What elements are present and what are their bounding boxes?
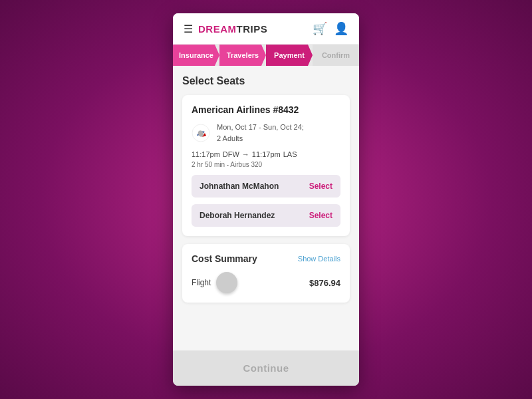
flight-number: American Airlines #8432 [192,104,340,115]
cost-summary-title: Cost Summary [192,253,257,264]
flight-duration: 2 hr 50 min - Airbus 320 [192,161,340,168]
continue-button[interactable]: Continue [173,350,359,386]
arrival-time: 11:17pm [252,150,281,158]
cost-row-flight: Flight $876.94 [192,272,340,293]
flight-route-row: 11:17pm DFW → 11:17pm LAS [192,150,340,161]
departure-airport: DFW [223,150,239,158]
app-header: ☰ DREAMTRIPS 🛒 👤 [173,13,359,45]
flight-adults: 2 Adults [217,133,304,144]
cart-icon[interactable]: 🛒 [313,21,327,36]
brand-name: DREAMTRIPS [198,23,267,35]
show-details-link[interactable]: Show Details [298,255,340,263]
flight-arrow-icon: → [242,150,249,158]
tab-insurance[interactable]: Insurance [173,45,219,66]
header-icons: 🛒 👤 [313,21,348,36]
phone-container: ☰ DREAMTRIPS 🛒 👤 Insurance Travelers Pay… [173,13,359,386]
user-icon[interactable]: 👤 [334,21,348,36]
passenger-1-name: Johnathan McMahon [200,182,279,191]
flight-dates-block: Mon, Oct 17 - Sun, Oct 24; 2 Adults [217,122,304,144]
brand-dream: DREAM [198,23,237,35]
departure-time: 11:17pm [192,150,220,158]
flight-card: American Airlines #8432 [182,95,350,236]
cost-row-left: Flight [192,272,237,293]
toggle-thumb[interactable] [216,272,237,293]
flight-cost-label: Flight [192,278,211,287]
arrival-airport: LAS [283,150,297,158]
header-left: ☰ DREAMTRIPS [184,23,267,35]
tab-confirm[interactable]: Confirm [313,45,359,66]
flight-info-row: Mon, Oct 17 - Sun, Oct 24; 2 Adults [192,122,340,144]
tab-travelers[interactable]: Travelers [219,45,266,66]
passenger-row-1: Johnathan McMahon Select [192,175,340,198]
cost-header: Cost Summary Show Details [192,253,340,264]
flight-dates: Mon, Oct 17 - Sun, Oct 24; [217,122,304,133]
section-title: Select Seats [182,75,350,87]
airline-logo [192,124,210,142]
passenger-row-2: Deborah Hernandez Select [192,204,340,227]
tab-payment[interactable]: Payment [266,45,313,66]
progress-tabs: Insurance Travelers Payment Confirm [173,45,359,66]
hamburger-icon[interactable]: ☰ [184,23,193,35]
flight-cost-amount: $876.94 [309,278,340,288]
passenger-1-select-button[interactable]: Select [309,182,332,191]
main-content: Select Seats American Airlines #8432 [173,66,359,350]
passenger-2-name: Deborah Hernandez [200,211,275,220]
cost-summary-card: Cost Summary Show Details Flight $876.94 [182,244,350,303]
passenger-2-select-button[interactable]: Select [309,211,332,220]
brand-trips: TRIPS [237,23,268,35]
